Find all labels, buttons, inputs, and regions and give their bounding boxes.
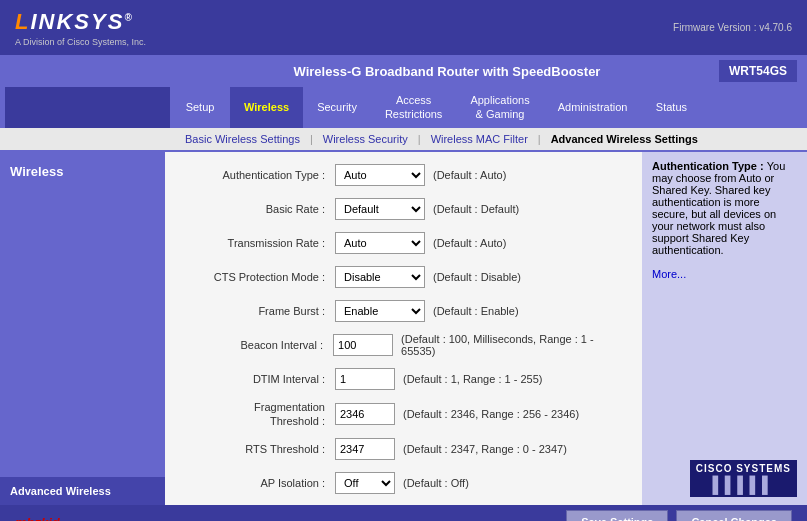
help-content: Authentication Type : You may choose fro… bbox=[652, 160, 797, 280]
label-rts: RTS Threshold : bbox=[180, 443, 335, 455]
control-tx-rate: Auto 1 Mbps 2 Mbps (Default : Auto) bbox=[335, 232, 506, 254]
hint-frag: (Default : 2346, Range : 256 - 2346) bbox=[403, 408, 579, 420]
sidebar-section: Advanced Wireless bbox=[0, 477, 165, 505]
help-text: You may choose from Auto or Shared Key. … bbox=[652, 160, 785, 256]
label-frag: FragmentationThreshold : bbox=[180, 400, 335, 429]
row-tx-rate: Transmission Rate : Auto 1 Mbps 2 Mbps (… bbox=[180, 230, 627, 256]
control-auth-type: Auto Shared Key (Default : Auto) bbox=[335, 164, 506, 186]
linksys-logo: LINKSYS® bbox=[15, 9, 146, 35]
tab-wireless[interactable]: Wireless bbox=[230, 87, 303, 128]
header: LINKSYS® A Division of Cisco Systems, In… bbox=[0, 0, 807, 55]
help-panel: Authentication Type : You may choose fro… bbox=[642, 152, 807, 505]
tab-status[interactable]: Status bbox=[641, 87, 701, 128]
hint-tx-rate: (Default : Auto) bbox=[433, 237, 506, 249]
tab-setup[interactable]: Setup bbox=[170, 87, 230, 128]
row-ap-isolation: AP Isolation : Off On (Default : Off) bbox=[180, 470, 627, 496]
select-ap-isolation[interactable]: Off On bbox=[335, 472, 395, 494]
label-basic-rate: Basic Rate : bbox=[180, 203, 335, 215]
subnav-advanced[interactable]: Advanced Wireless Settings bbox=[546, 131, 703, 147]
hint-auth-type: (Default : Auto) bbox=[433, 169, 506, 181]
label-auth-type: Authentication Type : bbox=[180, 169, 335, 181]
bottom-bar: mhzkid Save Settings Cancel Changes bbox=[0, 505, 807, 521]
select-cts[interactable]: Disable Auto bbox=[335, 266, 425, 288]
tab-security[interactable]: Security bbox=[303, 87, 371, 128]
firmware-version: Firmware Version : v4.70.6 bbox=[673, 22, 792, 33]
bottom-buttons: Save Settings Cancel Changes bbox=[566, 510, 792, 521]
hint-dtim: (Default : 1, Range : 1 - 255) bbox=[403, 373, 542, 385]
tab-administration[interactable]: Administration bbox=[544, 87, 642, 128]
control-dtim: (Default : 1, Range : 1 - 255) bbox=[335, 368, 542, 390]
row-dtim: DTIM Interval : (Default : 1, Range : 1 … bbox=[180, 366, 627, 392]
control-ap-isolation: Off On (Default : Off) bbox=[335, 472, 469, 494]
label-dtim: DTIM Interval : bbox=[180, 373, 335, 385]
input-rts[interactable] bbox=[335, 438, 395, 460]
subnav-basic[interactable]: Basic Wireless Settings bbox=[180, 131, 305, 147]
hint-basic-rate: (Default : Default) bbox=[433, 203, 519, 215]
row-frame-burst: Frame Burst : Enable Disable (Default : … bbox=[180, 298, 627, 324]
content-area: Authentication Type : Auto Shared Key (D… bbox=[165, 152, 642, 505]
hint-frame-burst: (Default : Enable) bbox=[433, 305, 519, 317]
label-frame-burst: Frame Burst : bbox=[180, 305, 335, 317]
control-frag: (Default : 2346, Range : 256 - 2346) bbox=[335, 403, 579, 425]
control-rts: (Default : 2347, Range : 0 - 2347) bbox=[335, 438, 567, 460]
row-auth-type: Authentication Type : Auto Shared Key (D… bbox=[180, 162, 627, 188]
product-bar: Wireless-G Broadband Router with SpeedBo… bbox=[0, 55, 807, 87]
input-dtim[interactable] bbox=[335, 368, 395, 390]
help-more-link[interactable]: More... bbox=[652, 268, 686, 280]
select-frame-burst[interactable]: Enable Disable bbox=[335, 300, 425, 322]
tab-applications-gaming[interactable]: Applications& Gaming bbox=[456, 87, 543, 128]
row-beacon: Beacon Interval : (Default : 100, Millis… bbox=[180, 332, 627, 358]
hint-cts: (Default : Disable) bbox=[433, 271, 521, 283]
select-auth-type[interactable]: Auto Shared Key bbox=[335, 164, 425, 186]
control-cts: Disable Auto (Default : Disable) bbox=[335, 266, 521, 288]
hint-beacon: (Default : 100, Milliseconds, Range : 1 … bbox=[401, 333, 627, 357]
logo-area: LINKSYS® A Division of Cisco Systems, In… bbox=[15, 9, 146, 47]
subnav-security[interactable]: Wireless Security bbox=[318, 131, 413, 147]
label-ap-isolation: AP Isolation : bbox=[180, 477, 335, 489]
control-frame-burst: Enable Disable (Default : Enable) bbox=[335, 300, 519, 322]
hint-rts: (Default : 2347, Range : 0 - 2347) bbox=[403, 443, 567, 455]
row-basic-rate: Basic Rate : Default 1-2 Mbps All (Defau… bbox=[180, 196, 627, 222]
row-frag: FragmentationThreshold : (Default : 2346… bbox=[180, 400, 627, 429]
tab-access-restrictions[interactable]: AccessRestrictions bbox=[371, 87, 456, 128]
row-cts: CTS Protection Mode : Disable Auto (Defa… bbox=[180, 264, 627, 290]
product-model: WRT54GS bbox=[719, 60, 797, 82]
label-tx-rate: Transmission Rate : bbox=[180, 237, 335, 249]
cisco-logo: CISCO SYSTEMS ▌▌▌▌▌ bbox=[690, 460, 797, 497]
hint-ap-isolation: (Default : Off) bbox=[403, 477, 469, 489]
sidebar: Wireless Advanced Wireless bbox=[0, 152, 165, 505]
nav-tabs: Setup Wireless Security AccessRestrictio… bbox=[0, 87, 807, 128]
watermark: mhzkid bbox=[15, 515, 60, 521]
sub-nav: Basic Wireless Settings | Wireless Secur… bbox=[0, 128, 807, 152]
control-beacon: (Default : 100, Milliseconds, Range : 1 … bbox=[333, 333, 627, 357]
subnav-mac[interactable]: Wireless MAC Filter bbox=[426, 131, 533, 147]
cancel-button[interactable]: Cancel Changes bbox=[676, 510, 792, 521]
label-beacon: Beacon Interval : bbox=[180, 339, 333, 351]
product-name: Wireless-G Broadband Router with SpeedBo… bbox=[175, 64, 719, 79]
input-frag[interactable] bbox=[335, 403, 395, 425]
select-basic-rate[interactable]: Default 1-2 Mbps All bbox=[335, 198, 425, 220]
label-cts: CTS Protection Mode : bbox=[180, 271, 335, 283]
control-basic-rate: Default 1-2 Mbps All (Default : Default) bbox=[335, 198, 519, 220]
logo-sub: A Division of Cisco Systems, Inc. bbox=[15, 37, 146, 47]
save-button[interactable]: Save Settings bbox=[566, 510, 668, 521]
select-tx-rate[interactable]: Auto 1 Mbps 2 Mbps bbox=[335, 232, 425, 254]
middle-row: Wireless Advanced Wireless Authenticatio… bbox=[0, 152, 807, 505]
help-title: Authentication Type : bbox=[652, 160, 767, 172]
row-rts: RTS Threshold : (Default : 2347, Range :… bbox=[180, 436, 627, 462]
input-beacon[interactable] bbox=[333, 334, 393, 356]
sidebar-title: Wireless bbox=[0, 152, 165, 191]
